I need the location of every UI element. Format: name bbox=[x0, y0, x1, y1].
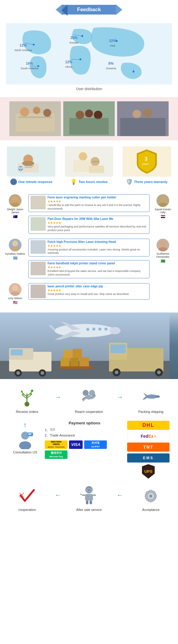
review-stars-1: ★★★★★ bbox=[48, 200, 147, 203]
review-product-img-1 bbox=[31, 196, 46, 209]
svg-rect-70 bbox=[64, 350, 72, 358]
consultation-label: Consultation US bbox=[13, 450, 37, 454]
process-item-acceptance: Acceptance bbox=[133, 485, 169, 512]
robot-icon bbox=[78, 485, 100, 506]
payment-col: Payment options 1、T/T 2、Trade Assurance … bbox=[45, 421, 124, 459]
service-label-resolve: 💡 Two hours resolve bbox=[70, 178, 107, 185]
svg-rect-103 bbox=[90, 501, 92, 504]
review-card-4: Farm handheld inkjet printer stand cover… bbox=[28, 260, 150, 278]
reviewer-name-4: Guilherme Fernandez bbox=[152, 252, 174, 258]
review-title-1: Farm laser engraving marking cutter pen … bbox=[48, 196, 147, 199]
svg-point-87 bbox=[86, 395, 91, 400]
reviewer-name-2: Sayad Karam Adly bbox=[152, 208, 174, 214]
payment-logos: WESTERNUNIONMONEY TRANSFER VISA 支付宝 ALIP… bbox=[45, 440, 124, 459]
reviewer-flag-2: 🇪🇬 bbox=[161, 214, 165, 219]
review-body-2: Very good packaging and performance sati… bbox=[48, 225, 147, 232]
dhl-logo: DHL bbox=[127, 421, 170, 430]
svg-point-49 bbox=[158, 247, 168, 251]
process-item-receive: Receive orders bbox=[9, 387, 45, 414]
svg-point-91 bbox=[19, 441, 31, 449]
svg-point-30 bbox=[22, 161, 34, 166]
service-icon-resolve: laptop bbox=[65, 146, 113, 177]
visa-logo: VISA bbox=[69, 440, 83, 449]
svg-text:3: 3 bbox=[145, 156, 147, 162]
svg-rect-108 bbox=[150, 490, 152, 492]
svg-point-26 bbox=[143, 108, 152, 117]
svg-rect-67 bbox=[61, 358, 70, 367]
svg-point-35 bbox=[79, 152, 87, 161]
review-product-img-4 bbox=[31, 262, 46, 275]
svg-rect-34 bbox=[25, 167, 32, 168]
svg-point-16 bbox=[33, 107, 40, 114]
svg-rect-18 bbox=[18, 116, 52, 118]
payment-title: Payment options bbox=[45, 421, 124, 425]
arrow-to-packing: → bbox=[117, 393, 123, 401]
fedex-logo: FedEx● bbox=[127, 432, 170, 441]
page-title: Feedback bbox=[62, 5, 116, 15]
western-union-logo: WESTERNUNIONMONEY TRANSFER bbox=[45, 440, 68, 449]
svg-rect-94 bbox=[28, 433, 32, 434]
review-body-1: I would like to add the parts to receive… bbox=[48, 204, 147, 211]
reviewer-name-1: Sleight Jason James bbox=[4, 208, 26, 214]
svg-point-83 bbox=[22, 394, 24, 396]
svg-rect-109 bbox=[150, 501, 152, 502]
cooperation-icon bbox=[78, 387, 100, 408]
process-row-3: cooperation ← bbox=[4, 485, 174, 512]
process-label-coop-end: cooperation bbox=[18, 508, 36, 512]
svg-point-65 bbox=[41, 371, 44, 375]
svg-point-42 bbox=[12, 196, 18, 202]
svg-rect-33 bbox=[25, 165, 34, 166]
svg-point-46 bbox=[12, 240, 18, 247]
headset-icon: 🎧 bbox=[10, 178, 17, 185]
svg-rect-72 bbox=[59, 366, 92, 369]
svg-rect-68 bbox=[70, 358, 79, 367]
arrow-left-aftersale: ← bbox=[55, 491, 61, 499]
svg-rect-66 bbox=[11, 349, 23, 355]
svg-point-47 bbox=[10, 247, 20, 251]
map-label-asia: 32% Asia bbox=[109, 39, 116, 47]
process-row-1: Receive orders → Reach cooperation → bbox=[4, 387, 174, 414]
map-label-south-america: 16% South America bbox=[21, 61, 38, 70]
map-label-oceania: 8% Oceania bbox=[106, 61, 116, 70]
alipay-logo: 支付宝 ALIPAY bbox=[84, 440, 107, 449]
gallery-photo-2 bbox=[63, 101, 115, 136]
svg-rect-111 bbox=[155, 495, 157, 497]
svg-point-79 bbox=[157, 371, 161, 374]
review-title-3: Fetch high Precision Alter Laser trimmin… bbox=[48, 240, 147, 244]
review-body-4: Excellent item,Enjoyed the sales service… bbox=[48, 270, 147, 276]
svg-point-45 bbox=[158, 203, 168, 207]
reviewer-flag-3: 🇬🇷 bbox=[13, 256, 18, 260]
svg-rect-105 bbox=[80, 493, 81, 494]
svg-point-17 bbox=[43, 109, 51, 117]
svg-point-22 bbox=[94, 111, 102, 119]
reviewer-flag-1: 🇦🇺 bbox=[13, 214, 18, 219]
payment-option-1: 1、T/T bbox=[45, 428, 124, 432]
photo-gallery bbox=[0, 97, 178, 140]
process-label-cooperation: Reach cooperation bbox=[75, 410, 103, 414]
svg-point-80 bbox=[25, 402, 29, 407]
reviewer-flag-4: 🇧🇷 bbox=[161, 259, 165, 263]
world-map-section: 12% North America 16% South America 20% … bbox=[0, 19, 178, 94]
service-section: 🎧 One minute response laptop 💡 Two hours… bbox=[0, 143, 178, 186]
avatar-kyriakos bbox=[9, 239, 21, 251]
process-label-acceptance: Acceptance bbox=[142, 508, 160, 512]
process-item-aftersale: After sale service bbox=[71, 485, 107, 512]
svg-point-25 bbox=[133, 110, 141, 118]
svg-text:laptop: laptop bbox=[93, 160, 99, 163]
process-item-packing: Packing shipping bbox=[133, 387, 169, 414]
svg-point-50 bbox=[12, 285, 18, 291]
review-stars-5: ★★★★★ bbox=[48, 289, 147, 292]
svg-rect-38 bbox=[89, 165, 104, 173]
avatar-amy bbox=[9, 283, 21, 296]
svg-point-84 bbox=[30, 393, 32, 395]
review-title-4: Farm handheld inkjet printer stand cover… bbox=[48, 262, 147, 265]
svg-point-77 bbox=[115, 371, 118, 374]
feedback-header: Feedback bbox=[0, 0, 178, 19]
svg-point-89 bbox=[156, 395, 160, 398]
reviews-section: Sleight Jason James 🇦🇺 Farm laser engrav… bbox=[0, 189, 178, 309]
avatar-guilherme bbox=[157, 239, 169, 251]
svg-point-82 bbox=[31, 390, 33, 392]
review-product-img-2 bbox=[31, 217, 46, 231]
arrow-up-consultation: ↑ bbox=[23, 421, 27, 429]
avatar-jason bbox=[9, 194, 21, 207]
